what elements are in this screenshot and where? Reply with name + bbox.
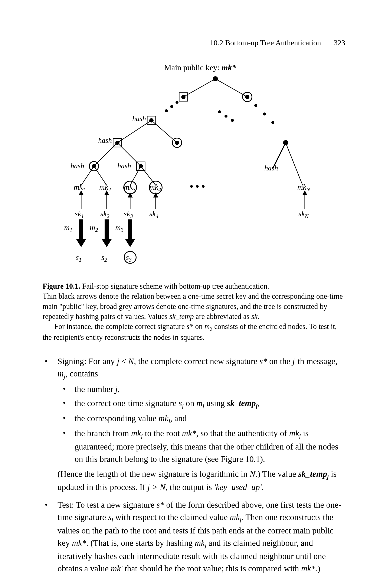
tree-authentication-figure: Main public key: mk* bbox=[51, 62, 339, 275]
sj-sub: j bbox=[182, 403, 184, 409]
svg-rect-31 bbox=[104, 219, 109, 239]
s3-label: s3 bbox=[126, 253, 132, 263]
sk-temp-text: sk_temp bbox=[169, 312, 194, 321]
mkj-var: mk bbox=[158, 414, 168, 423]
svg-line-25 bbox=[141, 166, 156, 185]
caption-text: are abbreviated as bbox=[194, 312, 251, 321]
svg-point-9 bbox=[231, 119, 234, 122]
sk1-label: sk1 bbox=[75, 209, 84, 219]
bullet-text: , bbox=[257, 398, 260, 408]
svg-point-5 bbox=[170, 105, 173, 108]
signing-text: , contains bbox=[65, 369, 98, 378]
sk4-label: sk4 bbox=[149, 209, 158, 219]
keyusedup-var: 'key_used_up' bbox=[214, 482, 262, 492]
bullet-text: using bbox=[204, 398, 227, 408]
bullet-text: , bbox=[118, 384, 120, 394]
svg-line-0 bbox=[183, 79, 215, 97]
svg-point-8 bbox=[225, 115, 228, 118]
svg-point-7 bbox=[218, 110, 221, 113]
signing-lead: Signing: For any bbox=[57, 356, 117, 366]
test-item: Test: To test a new signature s* of the … bbox=[57, 499, 347, 575]
sj-var: s bbox=[179, 398, 182, 408]
bullet-text: the number bbox=[75, 384, 115, 394]
bullet-text: to the root bbox=[143, 428, 182, 438]
bullet-text: the correct one-time signature bbox=[75, 398, 179, 408]
mj-sub: j bbox=[64, 373, 65, 380]
N-var: N bbox=[250, 469, 255, 479]
m3-text: m bbox=[204, 322, 210, 331]
hash-label: hash bbox=[132, 115, 146, 123]
svg-line-24 bbox=[130, 166, 141, 185]
bullet-text: , so that the authenticity of bbox=[196, 428, 289, 438]
hash-label: hash bbox=[70, 162, 84, 170]
mkj-sub: j bbox=[168, 418, 170, 424]
page-header: 10.2 Bottom-up Tree Authentication 323 bbox=[210, 38, 345, 47]
after-text: (Hence the length of the new signature i… bbox=[57, 469, 250, 479]
mj-sub: j bbox=[202, 403, 204, 409]
signing-item: Signing: For any j ≤ N, the complete cor… bbox=[57, 355, 347, 493]
mkN-label: mkN bbox=[297, 183, 310, 193]
figure-wrap: Main public key: mk* bbox=[43, 62, 347, 275]
signing-text: , the complete correct new signature bbox=[134, 356, 260, 366]
m2-label: m2 bbox=[90, 223, 98, 233]
caption-text: For instance, the complete correct signa… bbox=[54, 322, 187, 331]
mkj-sub: j bbox=[240, 517, 241, 523]
after-text: . bbox=[262, 482, 264, 492]
after-paragraph: (Hence the length of the new signature i… bbox=[57, 468, 347, 494]
svg-point-16 bbox=[175, 141, 179, 145]
s2-label: s2 bbox=[101, 253, 107, 263]
jleN: j ≤ N bbox=[117, 356, 134, 366]
caption-text: on bbox=[193, 322, 204, 331]
svg-point-6 bbox=[165, 109, 168, 112]
inner-bullet: the branch from mkj to the root mk*, so … bbox=[75, 427, 347, 465]
broad-arrow bbox=[125, 219, 136, 247]
inner-bullet: the number j, bbox=[75, 383, 347, 395]
page-number: 323 bbox=[334, 38, 345, 47]
body-text: Signing: For any j ≤ N, the complete cor… bbox=[43, 355, 347, 575]
figure-number: Figure 10.1. bbox=[43, 282, 80, 290]
test-text: . (That is, one starts by hashing bbox=[86, 538, 195, 548]
test-text: that should be the root value; this is c… bbox=[122, 564, 301, 573]
after-text: , the output is bbox=[165, 482, 214, 492]
caption-text: . bbox=[257, 312, 259, 321]
svg-point-11 bbox=[263, 112, 266, 115]
signing-text: on the bbox=[267, 356, 292, 366]
mj-var: m bbox=[196, 398, 202, 408]
sk3-label: sk3 bbox=[124, 209, 133, 219]
broad-arrow bbox=[76, 219, 87, 247]
mk2-label: mk2 bbox=[99, 183, 111, 193]
svg-rect-29 bbox=[79, 219, 83, 239]
svg-point-12 bbox=[271, 121, 274, 124]
svg-rect-33 bbox=[128, 219, 132, 239]
sj-sub: j bbox=[111, 517, 113, 523]
bullet-text: the corresponding value bbox=[75, 414, 158, 423]
bullet-text: the branch from bbox=[75, 428, 131, 438]
figure-caption: Figure 10.1. Fail-stop signature scheme … bbox=[43, 281, 347, 342]
jth: j bbox=[292, 356, 295, 366]
section-title: 10.2 Bottom-up Tree Authentication bbox=[210, 38, 321, 47]
figure-caption-title: Fail-stop signature scheme with bottom-u… bbox=[80, 282, 269, 290]
svg-line-27 bbox=[286, 143, 303, 185]
mk3-label: mk3 bbox=[124, 183, 136, 193]
test-text: with respect to the claimed value bbox=[113, 512, 230, 522]
svg-marker-30 bbox=[76, 239, 87, 247]
sstar: s* bbox=[259, 356, 267, 366]
svg-point-10 bbox=[254, 104, 257, 107]
test-text: Test: To test a new signature bbox=[57, 500, 156, 510]
mkstar-var: mk* bbox=[301, 564, 315, 573]
after-text: .) The value bbox=[255, 469, 298, 479]
figure-title: Main public key: mk* bbox=[164, 63, 236, 72]
mkj-sub: j bbox=[205, 542, 206, 549]
page: 10.2 Bottom-up Tree Authentication 323 M… bbox=[0, 0, 390, 588]
svg-line-14 bbox=[117, 120, 151, 143]
svg-marker-32 bbox=[101, 239, 112, 247]
mkj-sub: j bbox=[141, 433, 143, 439]
mkj-var: mk bbox=[230, 512, 240, 522]
mkj-sub: j bbox=[299, 433, 301, 439]
bullet-text: , and bbox=[170, 414, 187, 423]
inner-bullet: the correct one-time signature sj on mj … bbox=[75, 397, 347, 411]
signing-text: -th message, bbox=[295, 356, 337, 366]
svg-marker-34 bbox=[125, 239, 136, 247]
sk2-label: sk2 bbox=[100, 209, 109, 219]
test-text: .) bbox=[315, 564, 320, 573]
